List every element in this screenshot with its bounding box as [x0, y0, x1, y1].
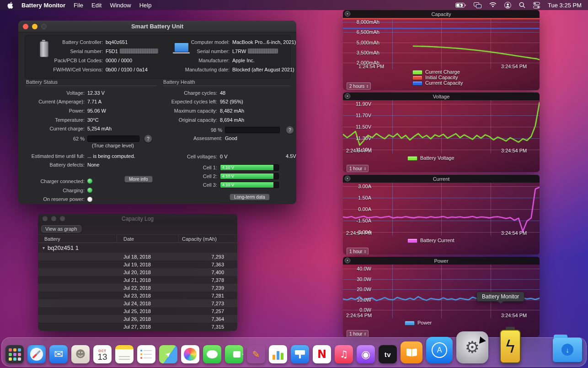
log-group-row[interactable]: ▾ bq20z451 1: [38, 243, 237, 253]
menu-file[interactable]: File: [74, 2, 83, 9]
device-info-panel: Battery Controller:bq40z651Serial number…: [25, 35, 291, 79]
legend-label: Power: [417, 321, 432, 325]
timespan-stepper[interactable]: 1 hour▴▾: [347, 248, 369, 254]
dock-item-numbers[interactable]: [269, 345, 287, 363]
close-icon[interactable]: ×: [345, 11, 350, 16]
close-icon[interactable]: ×: [345, 176, 350, 181]
close-button[interactable]: [43, 216, 48, 221]
apple-menu-icon[interactable]: [7, 2, 13, 9]
log-row[interactable]: Jul 26, 20187,364: [38, 315, 237, 323]
menu-help[interactable]: Help: [139, 2, 152, 9]
column-battery[interactable]: Battery: [38, 235, 117, 243]
timespan-stepper[interactable]: 1 hour▴▾: [347, 165, 369, 172]
display-mirroring-icon[interactable]: [474, 2, 481, 8]
view-as-graph-button[interactable]: View as graph: [41, 225, 81, 233]
log-row[interactable]: Jul 19, 20187,363: [38, 260, 237, 268]
dock-item-settings[interactable]: ⚙: [456, 331, 488, 363]
close-button[interactable]: [23, 24, 28, 29]
window-titlebar[interactable]: Capacity Log: [38, 214, 237, 223]
zoom-button[interactable]: [60, 216, 65, 221]
dock-item-appletv[interactable]: tv: [379, 345, 397, 363]
y-tick-label: 3,500mAh: [345, 50, 380, 55]
battery-status-rows-2: Estimated time until full:... is being c…: [26, 152, 135, 169]
indicator-row: On reserve power:: [26, 195, 92, 204]
status-indicator-off: [87, 197, 92, 202]
dock-item-netflix[interactable]: N: [313, 345, 331, 363]
battery-health-rows: Charge cycles:48Expected cycles left:952…: [163, 88, 244, 124]
stepper-arrows-icon: ▴▾: [367, 84, 368, 88]
log-row[interactable]: Jul 27, 20187,315: [38, 323, 237, 330]
y-tick-label: -1.50A: [345, 218, 371, 223]
timespan-stepper[interactable]: 2 hours▴▾: [347, 82, 371, 90]
log-row[interactable]: Jul 22, 20187,239: [38, 284, 237, 292]
search-icon[interactable]: [519, 2, 525, 8]
dock-item-contacts[interactable]: ☻: [71, 345, 90, 363]
dock-item-facetime[interactable]: [225, 345, 243, 363]
dock-item-books[interactable]: [401, 341, 422, 363]
chart-plot: 2:24:54 PM3:24:54 PM11.90V11.70V11.50V11…: [343, 100, 540, 153]
log-row[interactable]: Jul 20, 20187,400: [38, 268, 237, 276]
legend-swatch-icon: [412, 76, 422, 80]
help-button[interactable]: ?: [286, 126, 294, 134]
minimize-button[interactable]: [32, 24, 37, 29]
dock-item-notes[interactable]: [115, 345, 134, 363]
smart-battery-window: Smart Battery Unit Battery Controller:bq…: [18, 21, 296, 204]
log-row[interactable]: Jul 25, 20187,257: [38, 307, 237, 315]
dock-item-safari[interactable]: [27, 345, 46, 363]
help-button[interactable]: ?: [144, 135, 152, 143]
close-icon[interactable]: ×: [345, 93, 350, 99]
dock-item-keynote[interactable]: [291, 345, 309, 363]
y-tick-label: 6,500mAh: [345, 29, 380, 35]
legend-swatch-icon: [407, 238, 417, 243]
log-row[interactable]: Jul 24, 20187,273: [38, 299, 237, 307]
indicator-row: Charger connected:: [26, 177, 92, 186]
dock-item-maps[interactable]: ➤: [159, 345, 177, 363]
minimize-button[interactable]: [51, 216, 56, 221]
column-date[interactable]: Date: [117, 235, 179, 243]
long-term-data-button[interactable]: Long-term data: [230, 194, 270, 200]
window-titlebar[interactable]: Smart Battery Unit: [18, 21, 296, 32]
log-date: Jul 25, 2018: [117, 308, 179, 314]
column-capacity[interactable]: Capacity (mAh): [179, 235, 237, 243]
y-tick-label: 40.0W: [345, 266, 371, 271]
dock-item-battery-monitor[interactable]: ϟ: [492, 327, 529, 363]
log-date: Jul 22, 2018: [117, 285, 179, 291]
dock-item-music[interactable]: ♫: [335, 345, 353, 363]
dock-item-mail[interactable]: ✉: [49, 345, 68, 363]
more-info-button[interactable]: More info: [124, 176, 153, 183]
info-row: Battery Controller:bq40z651: [51, 38, 158, 47]
chevron-down-icon[interactable]: ▾: [43, 245, 45, 250]
dock-item-appstore[interactable]: A: [426, 337, 453, 363]
menu-window[interactable]: Window: [110, 2, 131, 9]
dock-item-reminders[interactable]: [137, 345, 155, 363]
control-center-icon[interactable]: [533, 2, 540, 9]
y-tick-label: 8,000mAh: [345, 19, 380, 25]
dock-item-launchpad[interactable]: [5, 345, 24, 363]
assessment-label: Assessment:: [163, 135, 222, 141]
log-row[interactable]: Jul 23, 20187,281: [38, 292, 237, 299]
log-date: Jul 23, 2018: [117, 293, 179, 298]
dock-item-pages[interactable]: ✎: [247, 345, 265, 363]
log-row[interactable]: Jul 21, 20187,378: [38, 276, 237, 284]
menu-bar-clock[interactable]: Tue 3:25 PM: [548, 2, 582, 9]
battery-icon[interactable]: [455, 3, 466, 8]
zoom-button[interactable]: [41, 24, 47, 29]
dock-item-calendar[interactable]: OCT13: [93, 345, 112, 363]
dock-item-photos[interactable]: [181, 345, 199, 363]
log-row[interactable]: Jul 18, 20187,293: [38, 253, 237, 260]
dock-item-downloads[interactable]: ↓: [552, 333, 583, 363]
status-row: Current (Amperage):7.71 A: [26, 97, 112, 107]
close-icon[interactable]: ×: [345, 258, 350, 263]
menu-items: FileEditWindowHelp: [74, 2, 151, 9]
menu-edit[interactable]: Edit: [91, 2, 102, 9]
log-capacity: 7,239: [179, 285, 237, 291]
user-icon[interactable]: [504, 2, 511, 9]
health-progress-bar: [225, 127, 280, 133]
dock-item-podcasts[interactable]: ◉: [357, 345, 375, 363]
info-row: Serial number:F5D1: [51, 47, 158, 56]
redacted-serial: [120, 49, 158, 54]
wifi-icon[interactable]: [489, 2, 497, 8]
active-app-menu[interactable]: Battery Monitor: [21, 2, 65, 9]
dock-item-messages[interactable]: [203, 345, 221, 363]
timespan-stepper[interactable]: 1 hour▴▾: [347, 330, 369, 337]
